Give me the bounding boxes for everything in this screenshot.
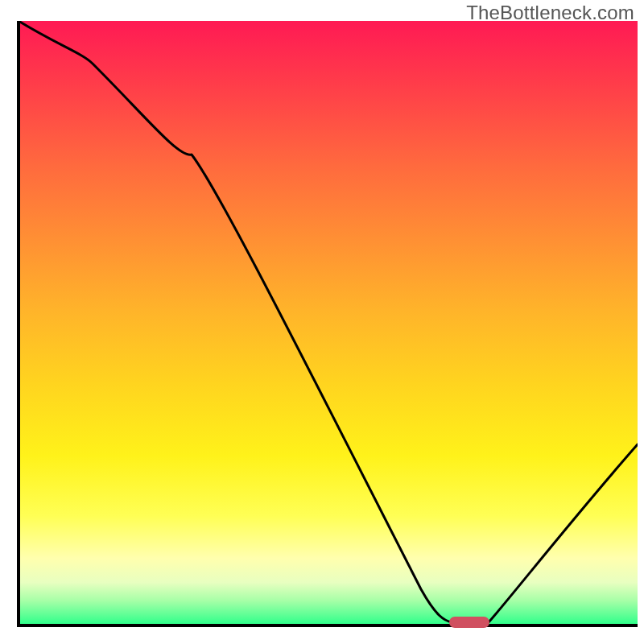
chart-container: TheBottleneck.com (0, 0, 644, 644)
axes-lines (19, 21, 638, 625)
plot-area (10, 21, 638, 644)
bottleneck-curve (19, 21, 638, 622)
optimal-marker (449, 617, 489, 628)
chart-svg (10, 21, 638, 644)
